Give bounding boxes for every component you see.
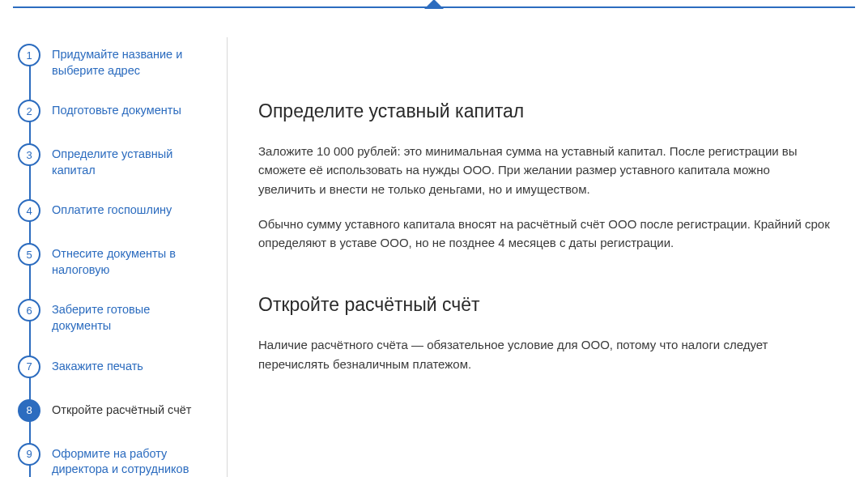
- step-label: Закажите печать: [52, 356, 143, 375]
- step-1[interactable]: 1 Придумайте название и выберите адрес: [18, 44, 219, 79]
- section-heading: Определите уставный капитал: [258, 100, 831, 122]
- step-3[interactable]: 3 Определите уставный капитал: [18, 143, 219, 178]
- step-number: 4: [18, 199, 40, 222]
- section-paragraph: Заложите 10 000 рублей: это минимальная …: [258, 142, 831, 198]
- step-label: Откройте расчётный счёт: [52, 399, 191, 419]
- step-5[interactable]: 5 Отнесите документы в налоговую: [18, 243, 219, 278]
- step-2[interactable]: 2 Подготовьте документы: [18, 100, 219, 122]
- step-label: Заберите готовые документы: [52, 299, 206, 334]
- step-number: 3: [18, 143, 40, 166]
- step-number: 2: [18, 100, 40, 122]
- arrow-up-icon: [424, 0, 444, 9]
- step-4[interactable]: 4 Оплатите госпошлину: [18, 199, 219, 222]
- step-number: 7: [18, 356, 40, 378]
- step-6[interactable]: 6 Заберите готовые документы: [18, 299, 219, 334]
- step-7[interactable]: 7 Закажите печать: [18, 356, 219, 378]
- section-paragraph: Наличие расчётного счёта — обязательное …: [258, 335, 831, 373]
- step-label: Подготовьте документы: [52, 100, 181, 119]
- step-number: 1: [18, 44, 40, 66]
- step-label: Определите уставный капитал: [52, 143, 206, 178]
- step-label: Оплатите госпошлину: [52, 199, 172, 219]
- step-label: Придумайте название и выберите адрес: [52, 44, 206, 79]
- step-9[interactable]: 9 Оформите на работу директора и сотрудн…: [18, 443, 219, 478]
- step-number: 5: [18, 243, 40, 266]
- main-content: Определите уставный капитал Заложите 10 …: [219, 19, 855, 477]
- step-label: Оформите на работу директора и сотрудник…: [52, 443, 206, 478]
- section-capital: Определите уставный капитал Заложите 10 …: [258, 100, 831, 252]
- step-8[interactable]: 8 Откройте расчётный счёт: [18, 399, 219, 422]
- steps-sidebar: 1 Придумайте название и выберите адрес 2…: [13, 19, 219, 477]
- top-divider: [13, 6, 855, 19]
- section-heading: Откройте расчётный счёт: [258, 294, 831, 316]
- section-account: Откройте расчётный счёт Наличие расчётно…: [258, 294, 831, 373]
- step-label: Отнесите документы в налоговую: [52, 243, 206, 278]
- step-number: 8: [18, 399, 40, 422]
- section-paragraph: Обычно сумму уставного капитала вносят н…: [258, 215, 831, 253]
- step-number: 6: [18, 299, 40, 322]
- step-number: 9: [18, 443, 40, 466]
